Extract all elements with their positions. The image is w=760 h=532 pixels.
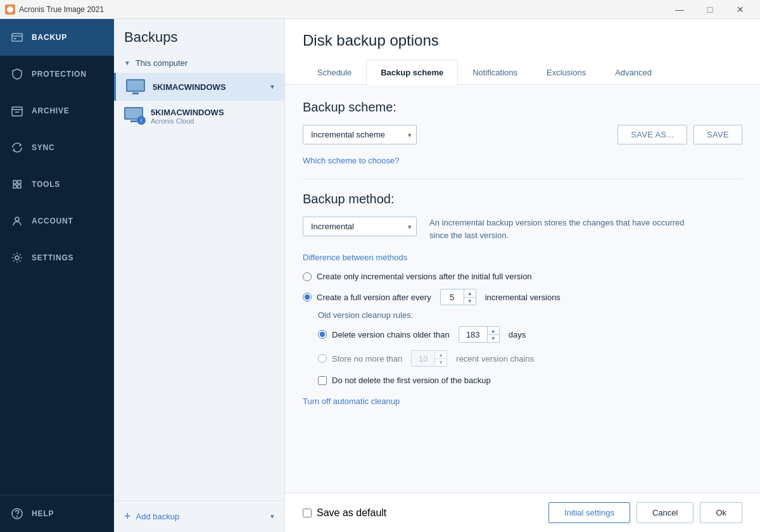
close-button[interactable]: ✕: [726, 0, 755, 19]
full-version-down[interactable]: ▼: [464, 297, 476, 305]
method-select[interactable]: Incremental Full Differential: [303, 217, 417, 236]
cleanup-radio1-input[interactable]: [318, 330, 327, 339]
sidebar-item-tools[interactable]: TOOLS: [0, 166, 114, 203]
app-title: Acronis True Image 2021: [19, 5, 104, 14]
panel-item-2-text: 5KIMACWINDOWS Acronis Cloud: [151, 108, 224, 125]
sidebar-item-sync[interactable]: SYNC: [0, 129, 114, 166]
svg-rect-6: [13, 185, 16, 188]
method-row: Incremental Full Differential ▾ An incre…: [303, 217, 742, 241]
sidebar-item-help[interactable]: HELP: [0, 495, 114, 532]
cancel-button[interactable]: Cancel: [636, 502, 694, 523]
sidebar-label-tools: TOOLS: [32, 180, 60, 189]
save-default-label: Save as default: [317, 507, 386, 519]
tab-backup-scheme[interactable]: Backup scheme: [366, 60, 458, 85]
radio1-label[interactable]: Create only incremental versions after t…: [303, 272, 742, 281]
cleanup-radio1-text: Delete version chains older than: [332, 330, 450, 339]
save-button[interactable]: SAVE: [694, 125, 742, 144]
save-as-button[interactable]: SAVE AS...: [618, 125, 687, 144]
add-backup-button[interactable]: + Add backup ▾: [114, 500, 284, 532]
radio1-text: Create only incremental versions after t…: [317, 272, 532, 281]
chains-spinner-btns: ▲ ▼: [434, 351, 446, 366]
sidebar-item-account[interactable]: ACCOUNT: [0, 203, 114, 239]
panel-section: ▼ This computer: [114, 53, 284, 73]
minimize-button[interactable]: —: [665, 0, 694, 19]
turn-off-link[interactable]: Turn off automatic cleanup: [303, 396, 400, 406]
titlebar: Acronis True Image 2021 — □ ✕: [0, 0, 760, 19]
svg-rect-5: [18, 180, 21, 184]
sidebar-label-help: HELP: [32, 509, 54, 518]
tab-schedule[interactable]: Schedule: [303, 60, 366, 85]
days-input[interactable]: [459, 327, 487, 342]
add-icon: +: [124, 510, 131, 523]
chains-spinner: ▲ ▼: [411, 350, 447, 367]
ok-button[interactable]: Ok: [700, 502, 742, 523]
days-spinner-btns: ▲ ▼: [487, 327, 499, 342]
sidebar-item-settings[interactable]: SETTINGS: [0, 239, 114, 276]
turn-off-link-wrapper: Turn off automatic cleanup: [303, 395, 742, 407]
panel-item-1-icon: [126, 79, 146, 94]
cleanup-radio1-label[interactable]: Delete version chains older than ▲ ▼ day…: [318, 326, 742, 343]
cleanup-radio2-input[interactable]: [318, 354, 327, 363]
maximize-button[interactable]: □: [695, 0, 725, 19]
panel-item-1-chevron: ▾: [270, 82, 274, 91]
titlebar-controls: — □ ✕: [665, 0, 755, 19]
scheme-select[interactable]: Incremental scheme Full scheme Custom sc…: [303, 125, 417, 144]
chains-up[interactable]: ▲: [435, 351, 446, 358]
save-default-checkbox[interactable]: [303, 509, 312, 517]
sidebar-label-protection: PROTECTION: [32, 70, 87, 79]
tab-notifications[interactable]: Notifications: [458, 60, 532, 85]
chains-down[interactable]: ▼: [435, 358, 446, 366]
full-version-input[interactable]: [441, 290, 464, 305]
incremental-versions-label: incremental versions: [485, 293, 560, 302]
which-scheme-link[interactable]: Which scheme to choose?: [303, 156, 399, 165]
recent-chains-label: recent version chains: [456, 354, 534, 364]
cleanup-radio2-label[interactable]: Store no more than ▲ ▼ recent version ch…: [318, 350, 742, 367]
radio-group: Create only incremental versions after t…: [303, 272, 742, 305]
panel-section-label: This computer: [136, 58, 187, 68]
tab-exclusions[interactable]: Exclusions: [532, 60, 600, 85]
main-content: Disk backup options Schedule Backup sche…: [285, 19, 760, 532]
settings-icon: [10, 251, 24, 265]
days-up[interactable]: ▲: [488, 327, 499, 334]
footer-left: Save as default: [303, 507, 386, 519]
svg-point-9: [15, 256, 19, 260]
scheme-row: Incremental scheme Full scheme Custom sc…: [303, 125, 742, 144]
save-buttons: SAVE AS... SAVE: [618, 125, 742, 144]
divider-1: [303, 179, 742, 179]
days-label: days: [509, 330, 526, 339]
section-arrow: ▼: [124, 60, 130, 66]
diff-methods-link[interactable]: Difference between methods: [303, 253, 407, 262]
main-footer: Save as default Initial settings Cancel …: [285, 493, 760, 532]
which-scheme-link-wrapper: Which scheme to choose?: [303, 155, 742, 166]
add-backup-chevron: ▾: [270, 512, 274, 521]
radio2-input[interactable]: [303, 293, 312, 301]
svg-point-0: [7, 6, 13, 13]
svg-point-11: [17, 516, 18, 517]
no-delete-label[interactable]: Do not delete the first version of the b…: [318, 376, 742, 385]
sidebar-label-account: ACCOUNT: [32, 217, 73, 225]
days-down[interactable]: ▼: [488, 334, 499, 342]
main-title-text: Disk backup options: [303, 32, 439, 49]
titlebar-left: Acronis True Image 2021: [5, 4, 104, 15]
scheme-select-wrapper: Incremental scheme Full scheme Custom sc…: [303, 125, 417, 144]
radio2-label[interactable]: Create a full version after every ▲ ▼ in…: [303, 289, 742, 305]
sidebar-item-archive[interactable]: ARCHIVE: [0, 92, 114, 129]
main-body: Backup scheme: Incremental scheme Full s…: [285, 85, 760, 493]
svg-rect-3: [12, 107, 22, 116]
full-version-spinner-btns: ▲ ▼: [464, 289, 476, 305]
full-version-spinner: ▲ ▼: [440, 289, 476, 305]
svg-point-8: [15, 217, 19, 221]
chains-input[interactable]: [412, 352, 434, 366]
sidebar-item-protection[interactable]: PROTECTION: [0, 56, 114, 92]
scheme-section-title: Backup scheme:: [303, 100, 742, 115]
sidebar-item-backup[interactable]: BACKUP: [0, 19, 114, 56]
initial-settings-button[interactable]: Initial settings: [548, 502, 630, 523]
panel-item-2[interactable]: i 5KIMACWINDOWS Acronis Cloud: [114, 101, 284, 131]
panel-item-2-icon-wrapper: i: [124, 107, 144, 125]
no-delete-checkbox[interactable]: [318, 376, 327, 385]
full-version-up[interactable]: ▲: [464, 289, 476, 297]
sidebar-label-archive: ARCHIVE: [32, 106, 70, 115]
radio1-input[interactable]: [303, 272, 312, 281]
panel-item-1[interactable]: 5KIMACWINDOWS ▾: [114, 73, 284, 101]
tab-advanced[interactable]: Advanced: [600, 60, 666, 85]
